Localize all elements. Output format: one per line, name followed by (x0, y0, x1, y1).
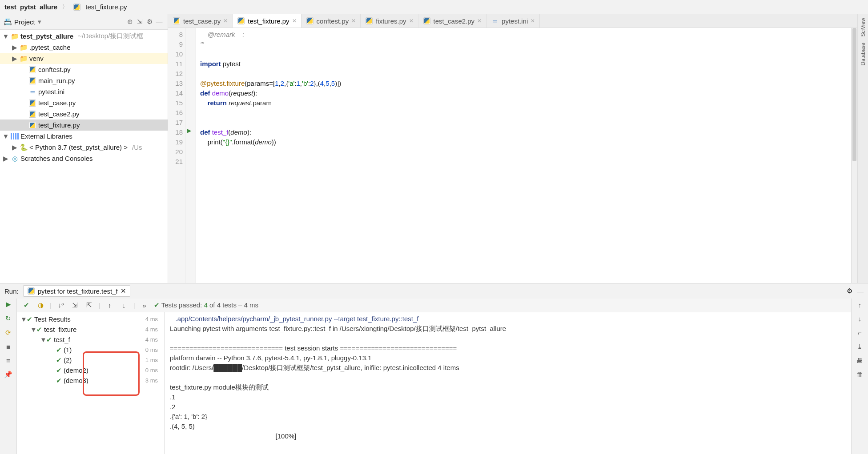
tree-arrow-icon[interactable]: ▼ (3, 32, 9, 40)
tree-item-scr[interactable]: ▶◎Scratches and Consoles (0, 153, 168, 164)
check-icon: ✔ (56, 366, 62, 374)
expand-icon[interactable]: ⇲ (70, 300, 80, 310)
scroll-down-icon[interactable]: ↓ (858, 315, 862, 323)
run-right-toolbar: ↑ ↓ ⌐ ⤓ 🖶 🗑 (851, 299, 868, 454)
project-tool-icon: 📇 (4, 18, 12, 26)
run-panel: Run: pytest for test_fixture.test_f ✕ ⚙ … (0, 283, 868, 454)
gear-icon[interactable]: ⚙ (847, 287, 852, 295)
check-icon: ✔ (56, 346, 62, 354)
tree-item-root[interactable]: ▼📁test_pytst_allure~/Desktop/接口测试框 (0, 31, 168, 42)
collapse-icon[interactable]: ⇱ (84, 300, 94, 310)
tab-conftest-py[interactable]: conftest.py✕ (301, 14, 361, 28)
tree-item-ini[interactable]: ≣pytest.ini (0, 86, 168, 97)
print-icon[interactable]: 🖶 (856, 357, 863, 364)
tree-arrow-icon[interactable]: ▶ (3, 155, 9, 163)
test-row[interactable]: ▼✔test_fixture4 ms (17, 324, 164, 335)
editor-scrollbar[interactable] (851, 28, 857, 283)
chevron-down-icon[interactable]: ▾ (38, 18, 41, 26)
tree-item-tf[interactable]: test_fixture.py (0, 119, 168, 131)
tree-item-tc2[interactable]: test_case2.py (0, 108, 168, 119)
gear-icon[interactable]: ⚙ (145, 17, 154, 27)
soft-wrap-icon[interactable]: ⌐ (858, 329, 862, 336)
python-file-icon (73, 3, 81, 11)
close-icon[interactable]: ✕ (409, 18, 414, 24)
locate-icon[interactable]: ⊕ (125, 17, 135, 27)
chevron-right-icon: 〉 (62, 3, 68, 11)
tree-item-py37[interactable]: ▶🐍< Python 3.7 (test_pytst_allure) >/Us (0, 142, 168, 153)
rerun-failed-icon[interactable]: ↻ (4, 315, 13, 323)
clear-icon[interactable]: 🗑 (856, 370, 863, 378)
test-row[interactable]: ▼✔test_f4 ms (17, 335, 164, 345)
tab-test_case-py[interactable]: test_case.py✕ (168, 14, 233, 28)
breadcrumb: test_pytst_allure 〉 test_fixture.py (0, 0, 868, 14)
editor-code[interactable]: @remark :''' import pytest @pytest.fixtu… (196, 28, 851, 283)
close-icon[interactable]: ✕ (477, 18, 482, 24)
tree-arrow-icon[interactable]: ▼ (3, 132, 9, 140)
scroll-up-icon[interactable]: ↑ (858, 301, 862, 309)
close-icon[interactable]: ✕ (223, 18, 228, 24)
pin-icon[interactable]: 📌 (4, 370, 13, 378)
close-icon[interactable]: ✕ (121, 287, 126, 295)
tree-arrow-icon[interactable]: ▶ (12, 44, 18, 52)
tab-pytest-ini[interactable]: ≣pytest.ini✕ (486, 14, 540, 28)
tree-item-pc[interactable]: ▶📁.pytest_cache (0, 42, 168, 53)
check-icon: ✔ (36, 326, 42, 334)
more-icon[interactable]: » (140, 301, 149, 310)
run-config-tab[interactable]: pytest for test_fixture.test_f ✕ (23, 285, 130, 297)
test-results-tree[interactable]: ▼✔Test Results4 ms▼✔test_fixture4 ms▼✔te… (17, 312, 165, 454)
tree-arrow-icon[interactable]: ▶ (12, 55, 18, 63)
right-tool-strip: SciView Database (857, 14, 868, 283)
tab-test_fixture-py[interactable]: test_fixture.py✕ (233, 14, 301, 28)
project-title[interactable]: Project (14, 18, 35, 26)
python-file-icon (27, 287, 35, 295)
prev-icon[interactable]: ↑ (105, 301, 115, 310)
scroll-to-end-icon[interactable]: ⤓ (857, 342, 863, 350)
tests-summary: ✔ Tests passed: 4 of 4 tests – 4 ms (154, 301, 258, 309)
check-icon: ✔ (56, 356, 62, 364)
run-line-icon[interactable]: ▶ (187, 127, 191, 134)
show-passed-icon[interactable]: ✔ (21, 300, 31, 310)
tree-item-tc[interactable]: test_case.py (0, 97, 168, 108)
editor-markers[interactable]: ▶ (186, 28, 196, 283)
test-row[interactable]: ✔(1)0 ms (17, 345, 164, 355)
rerun-icon[interactable]: ▶ (4, 300, 13, 308)
collapse-all-icon[interactable]: ⇲ (135, 17, 145, 27)
layout-icon[interactable]: ≡ (4, 357, 13, 364)
run-left-toolbar: ▶ ↻ ⟳ ■ ≡ 📌 (0, 299, 17, 454)
test-row[interactable]: ▼✔Test Results4 ms (17, 314, 164, 324)
close-icon[interactable]: ✕ (351, 18, 356, 24)
editor-tabs: test_case.py✕test_fixture.py✕conftest.py… (168, 14, 857, 28)
run-console[interactable]: .app/Contents/helpers/pycharm/_jb_pytest… (165, 312, 851, 454)
tree-item-mr[interactable]: main_run.py (0, 75, 168, 86)
hide-panel-icon[interactable]: — (154, 17, 164, 27)
tree-arrow-icon[interactable]: ▶ (12, 143, 18, 151)
test-row[interactable]: ✔(demo3)3 ms (17, 375, 164, 386)
sort-icon[interactable]: ↓ᵃ (56, 300, 66, 310)
project-tree[interactable]: ▼📁test_pytst_allure~/Desktop/接口测试框▶📁.pyt… (0, 30, 168, 283)
tab-fixtures-py[interactable]: fixtures.py✕ (361, 14, 418, 28)
breadcrumb-root[interactable]: test_pytst_allure (4, 3, 57, 11)
check-icon: ✔ (27, 315, 32, 323)
stop-icon[interactable]: ■ (4, 343, 13, 350)
check-icon: ✔ (56, 377, 62, 385)
close-icon[interactable]: ✕ (530, 18, 535, 24)
show-ignored-icon[interactable]: ◑ (36, 300, 45, 310)
tree-item-conf[interactable]: conftest.py (0, 64, 168, 75)
run-label: Run: (4, 287, 19, 295)
test-row[interactable]: ✔(demo2)0 ms (17, 365, 164, 375)
project-panel: 📇 Project ▾ ⊕ ⇲ ⚙ — ▼📁test_pytst_allure~… (0, 14, 168, 283)
check-icon: ✔ (46, 336, 52, 344)
close-icon[interactable]: ✕ (292, 18, 297, 24)
breadcrumb-file[interactable]: test_fixture.py (85, 3, 127, 11)
editor-gutter: 89101112131415161718192021 (168, 28, 186, 283)
database-tool[interactable]: Database (858, 41, 868, 67)
toggle-auto-icon[interactable]: ⟳ (4, 329, 13, 337)
sciview-tool[interactable]: SciView (858, 16, 868, 38)
tab-test_case2-py[interactable]: test_case2.py✕ (418, 14, 487, 28)
tree-item-ext[interactable]: ▼External Libraries (0, 131, 168, 142)
editor: test_case.py✕test_fixture.py✕conftest.py… (168, 14, 857, 283)
next-icon[interactable]: ↓ (119, 301, 129, 310)
tree-item-venv[interactable]: ▶📁venv (0, 53, 168, 64)
test-row[interactable]: ✔(2)1 ms (17, 355, 164, 365)
hide-panel-icon[interactable]: — (857, 287, 864, 295)
